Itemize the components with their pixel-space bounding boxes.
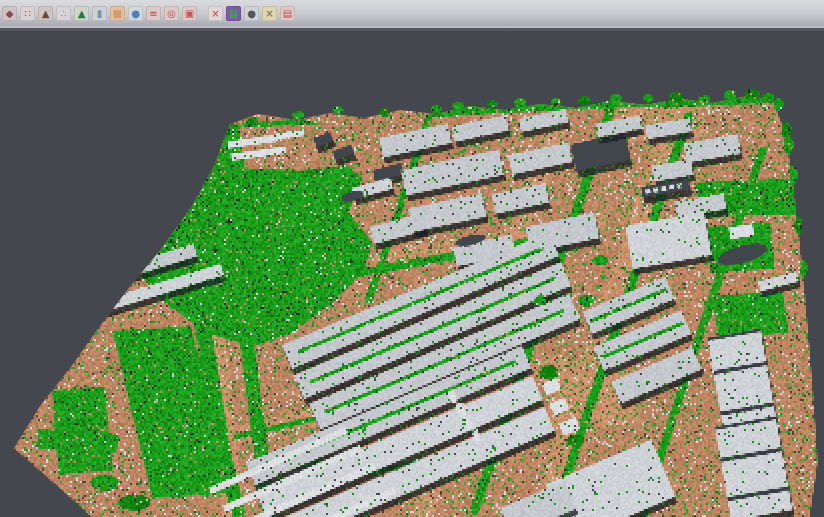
sparse-points-icon[interactable]: ∴ <box>56 6 71 21</box>
register-points-icon[interactable]: ∷ <box>20 6 35 21</box>
application-window: ◆∷▲∴▲▮■●≡◎▣×▦●×▤ <box>0 0 824 517</box>
sphere-render-icon[interactable]: ● <box>244 6 259 21</box>
colormap-icon[interactable]: ▦ <box>226 6 241 21</box>
ortho-photo-icon[interactable]: ■ <box>110 6 125 21</box>
mesh-icon[interactable]: ▲ <box>38 6 53 21</box>
point-cloud-3d-viewport[interactable] <box>0 0 824 517</box>
toolbar-separator <box>0 26 824 31</box>
toolbar-group-separator <box>200 6 205 21</box>
open-icon[interactable]: ◆ <box>2 6 17 21</box>
measure-icon[interactable]: × <box>262 6 277 21</box>
toolbar: ◆∷▲∴▲▮■●≡◎▣×▦●×▤ <box>0 0 824 26</box>
selection-icon[interactable]: ▣ <box>182 6 197 21</box>
flag-icon[interactable]: ▤ <box>280 6 295 21</box>
layer-list-icon[interactable]: ≡ <box>146 6 161 21</box>
globe-icon[interactable]: ● <box>128 6 143 21</box>
panel-icon[interactable]: ▮ <box>92 6 107 21</box>
terrain-icon[interactable]: ▲ <box>74 6 89 21</box>
clear-icon[interactable]: × <box>208 6 223 21</box>
target-icon[interactable]: ◎ <box>164 6 179 21</box>
